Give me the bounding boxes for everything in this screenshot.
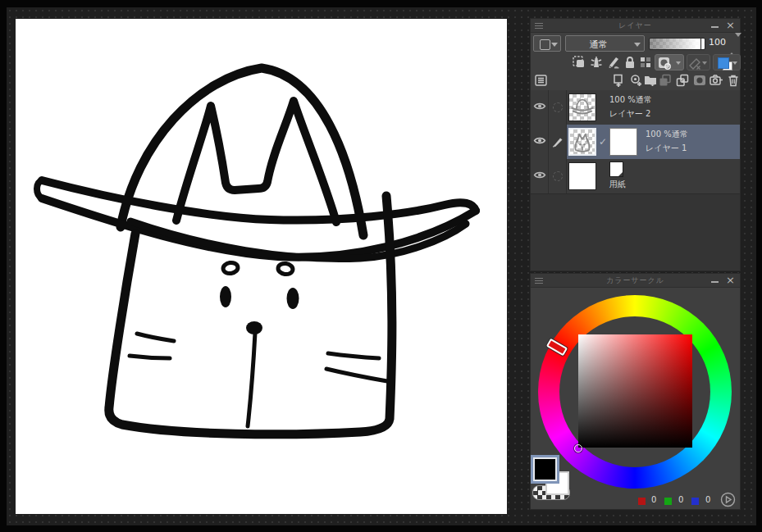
- cat-ears: [176, 101, 336, 222]
- canvas[interactable]: [16, 19, 507, 514]
- lock-layer-icon[interactable]: [623, 55, 637, 70]
- cat-eye-right: [287, 288, 299, 309]
- close-icon[interactable]: ×: [726, 274, 735, 287]
- layer-visibility-cell[interactable]: [531, 125, 549, 159]
- sv-cursor[interactable]: [574, 444, 582, 452]
- layer-mask-thumbnail[interactable]: [609, 128, 637, 156]
- green-value: 0: [678, 495, 683, 504]
- layer-row-2[interactable]: 100 %通常 レイヤー 2: [531, 90, 740, 125]
- layer-thumbnail[interactable]: [568, 128, 596, 156]
- new-layer-dialog-icon[interactable]: [628, 73, 643, 88]
- chevron-down-icon: [732, 61, 737, 65]
- layer-row-body[interactable]: 100 %通常 レイヤー 2: [567, 90, 740, 125]
- layer-visibility-cell[interactable]: [531, 159, 549, 193]
- layer-blend-row: 通常 100: [531, 33, 740, 54]
- create-layer-mask-icon[interactable]: [692, 73, 707, 88]
- layer-row-body[interactable]: ✓ 100 %通常 レイヤー 1: [567, 125, 740, 159]
- minimize-icon[interactable]: [711, 281, 719, 283]
- color-panel-title: カラーサークル: [531, 275, 740, 286]
- paper-icon: [609, 161, 623, 177]
- palette-type-dropdown[interactable]: [533, 35, 561, 52]
- layer-action-row: [531, 71, 740, 90]
- cat-eyebrow-right: [277, 262, 294, 275]
- paper-thumbnail[interactable]: [568, 162, 596, 190]
- lock-transparent-pixels-icon[interactable]: [638, 55, 653, 70]
- saturation-value-square[interactable]: [578, 334, 692, 448]
- chevron-down-icon: [551, 43, 558, 47]
- layers-panel: レイヤー × 通常 100: [530, 18, 741, 271]
- merge-with-layer-below-icon[interactable]: [675, 73, 690, 88]
- layer-property-row: [531, 54, 740, 71]
- layers-panel-titlebar: レイヤー ×: [531, 19, 740, 33]
- new-raster-layer-icon[interactable]: [611, 73, 626, 88]
- layer-info: 100 %通常: [646, 129, 688, 140]
- chevron-down-icon: [676, 61, 681, 65]
- new-layer-folder-icon[interactable]: [643, 73, 658, 88]
- cat-mouth-line: [248, 333, 255, 426]
- target-circle-icon: [553, 102, 563, 112]
- layer-name[interactable]: レイヤー 1: [646, 143, 687, 154]
- whisker-left-1: [137, 334, 174, 341]
- opacity-slider[interactable]: [649, 38, 705, 50]
- hat-brim-left-tip: [37, 180, 42, 198]
- opacity-value[interactable]: 100: [709, 37, 726, 48]
- minimize-icon[interactable]: [711, 26, 719, 28]
- target-circle-icon: [553, 171, 563, 181]
- paint-app-window: レイヤー × 通常 100: [0, 0, 762, 532]
- layer-target-cell[interactable]: [549, 125, 567, 159]
- blue-chip-icon: [691, 498, 699, 505]
- cat-eyebrow-left: [222, 261, 239, 274]
- layer-info: 100 %通常: [609, 94, 652, 106]
- layer-target-cell[interactable]: [549, 159, 567, 193]
- ruler-button[interactable]: [687, 54, 710, 70]
- mask-link-check-icon[interactable]: ✓: [599, 136, 607, 148]
- chevron-down-icon: [702, 61, 707, 65]
- layer-visibility-cell[interactable]: [531, 90, 549, 125]
- snapshot-icon[interactable]: [709, 73, 723, 88]
- layer-thumbnail[interactable]: [568, 93, 596, 121]
- layer-color-blue-icon: [718, 57, 729, 69]
- cat-eye-left: [220, 286, 231, 307]
- red-value: 0: [651, 495, 656, 504]
- transfer-to-layer-below-icon[interactable]: [658, 73, 673, 88]
- green-chip-icon: [664, 498, 672, 505]
- eye-icon: [533, 171, 546, 180]
- layer-target-cell[interactable]: [549, 90, 567, 125]
- step-down-icon[interactable]: [735, 33, 741, 52]
- red-chip-icon: [638, 498, 646, 505]
- whisker-left-2: [130, 356, 170, 358]
- layer-color-button[interactable]: [713, 54, 741, 70]
- foreground-color-swatch[interactable]: [533, 457, 557, 481]
- layer-row-body[interactable]: 用紙: [567, 159, 740, 193]
- hat-crown: [121, 68, 363, 235]
- blend-mode-value: 通常: [566, 39, 631, 51]
- draft-layer-icon[interactable]: [606, 55, 621, 70]
- color-panel-titlebar: カラーサークル ×: [531, 274, 740, 288]
- eye-icon: [533, 102, 546, 111]
- paper-layer-row[interactable]: 用紙: [531, 159, 740, 194]
- layer-name[interactable]: 用紙: [609, 179, 626, 190]
- cat-drawing: [16, 19, 507, 514]
- layer-name[interactable]: レイヤー 2: [609, 108, 650, 120]
- clip-to-layer-below-icon[interactable]: [572, 55, 586, 70]
- eye-icon: [533, 136, 546, 145]
- delete-layer-icon[interactable]: [726, 73, 741, 88]
- layer-palette-options-icon[interactable]: [534, 73, 549, 88]
- reference-layer-icon[interactable]: [589, 55, 604, 70]
- layer-row-1-selected[interactable]: ✓ 100 %通常 レイヤー 1: [531, 125, 740, 160]
- chevron-down-icon: [634, 43, 641, 47]
- blend-mode-dropdown[interactable]: 通常: [565, 35, 645, 52]
- layers-panel-title: レイヤー: [531, 20, 740, 31]
- close-icon[interactable]: ×: [726, 19, 735, 32]
- opacity-slider-handle[interactable]: [700, 39, 704, 49]
- whisker-right-2: [326, 369, 387, 381]
- color-circle-panel: カラーサークル × 0 0 0: [530, 273, 741, 510]
- color-wheel-mode-button[interactable]: [720, 492, 736, 507]
- whisker-right-1: [328, 353, 379, 358]
- editing-pen-icon: [552, 136, 564, 148]
- opacity-stepper[interactable]: [728, 37, 736, 52]
- layer-type-icon: [540, 39, 550, 50]
- enable-mask-button[interactable]: [655, 54, 684, 70]
- blue-value: 0: [705, 495, 710, 504]
- layer-list: 100 %通常 レイヤー 2: [531, 90, 740, 271]
